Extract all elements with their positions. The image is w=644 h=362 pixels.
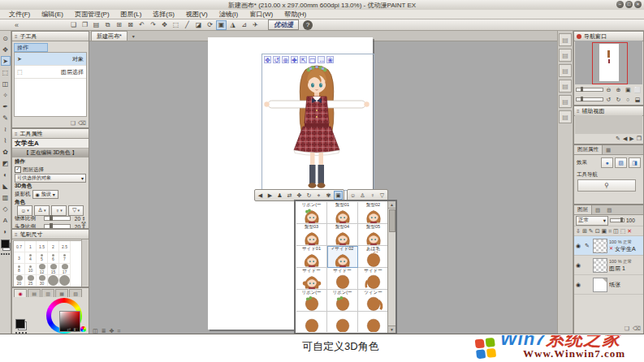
hair-style-item-10[interactable]: サイドー (327, 268, 358, 290)
frame-tool[interactable]: ◫ (1, 79, 11, 88)
hair-style-item-9[interactable]: サイドー (296, 268, 327, 290)
color-tab-0[interactable]: ◉ (14, 289, 27, 297)
color-dot[interactable] (3, 253, 5, 255)
eraser-tool[interactable]: ◩ (1, 158, 11, 168)
tool-nav-button[interactable]: ⚲ (577, 179, 636, 192)
color-dot[interactable] (6, 253, 7, 255)
scroll-up-icon[interactable]: ▲ (388, 201, 395, 209)
3d-manip-icon-0[interactable]: ✥ (264, 56, 271, 63)
reselect-icon[interactable]: ⬚ (171, 20, 181, 30)
status-icon-2[interactable]: ✥ (110, 328, 115, 334)
3d-manip-icon-5[interactable]: ▢ (309, 56, 316, 63)
hair-style-item-2[interactable]: 髪型02 (358, 202, 389, 224)
character-part-dropdown-2[interactable]: ♀▾ (51, 205, 67, 216)
move-tool[interactable]: ✥ (1, 45, 11, 54)
launcher-button-2[interactable]: ♟ (275, 191, 284, 200)
subtool-item-1[interactable]: ⬚图层选择 (15, 66, 86, 79)
panel-menu-icon[interactable]: ≡ (15, 34, 18, 39)
brush-size-cell[interactable]: 8 (14, 264, 25, 275)
fill-icon[interactable]: ◪ (193, 20, 204, 30)
brush-size-header[interactable]: ≡ 笔刷尺寸 (12, 230, 89, 239)
redo-icon[interactable]: ↷ (148, 20, 158, 30)
layer-cmd-icon-4[interactable]: ▣ (602, 228, 607, 235)
toolbar-collapse-icon[interactable]: « (15, 21, 19, 29)
hair-style-item-4[interactable]: 髪型04 (327, 224, 358, 246)
tab-layers[interactable]: 图层 (574, 205, 592, 214)
launcher-button-5[interactable]: ↻ (305, 191, 313, 200)
nav-zoom-slider[interactable] (576, 88, 603, 92)
eye-icon[interactable]: ◉ (576, 282, 583, 288)
brush-size-cell[interactable]: 7 (59, 252, 71, 264)
material-tab-2[interactable]: ▤ (559, 64, 572, 77)
select-layer-tool[interactable]: ⬚ (1, 67, 11, 77)
menu-item-8[interactable]: 帮助(H) (279, 10, 312, 19)
launcher-part-button-2[interactable]: ♀ (368, 191, 377, 200)
document-tab[interactable]: 新建画布* (91, 31, 128, 41)
panel-menu-icon[interactable]: ≡ (15, 232, 18, 237)
pen-tool[interactable]: ✒ (1, 101, 11, 111)
launcher-part-button-3[interactable]: ▽ (378, 191, 387, 200)
brush-size-cell[interactable]: 4 (25, 252, 37, 264)
material-tab-5[interactable]: ▤ (559, 110, 572, 123)
brand-button[interactable]: 优动漫 (268, 19, 299, 30)
menu-item-2[interactable]: 页面管理(P) (69, 10, 115, 19)
tab-layer-icon-2[interactable]: ▨ (603, 205, 615, 214)
nav-zoom-icon-3[interactable]: ⬜ (633, 86, 642, 93)
launcher-button-4[interactable]: ✥ (295, 191, 304, 200)
brush-size-cell[interactable]: 2.5 (59, 241, 71, 252)
color-tab-3[interactable]: ▦ (55, 289, 68, 297)
brush-size-cell[interactable]: 5 (37, 252, 48, 264)
tab-secondary-icon[interactable]: ▦ (603, 145, 614, 154)
character-part-dropdown-3[interactable]: ▽▾ (68, 205, 84, 216)
brush-size-cell[interactable]: 0.7 (14, 241, 25, 252)
subtool-panel-header[interactable]: ≡ 子工具 (12, 32, 89, 41)
status-icon-3[interactable]: ⌗ (117, 328, 120, 334)
advanced-settings-icon[interactable]: ⚒ (81, 221, 86, 227)
checkbox-checked-icon[interactable]: ✓ (15, 166, 21, 173)
hair-style-item-8[interactable]: あほ毛 (358, 246, 389, 268)
hairstyle-scrollbar[interactable]: ▲ ▼ (387, 201, 395, 333)
close-button[interactable]: × (634, 1, 642, 8)
hair-style-item-14[interactable]: ツインー (358, 290, 389, 312)
quick-share-icon[interactable]: ✈ (250, 20, 261, 30)
airbrush-tool[interactable]: ⌇ (1, 136, 11, 145)
brush-size-cell[interactable]: 1.5 (37, 241, 48, 252)
text-tool[interactable]: A (1, 215, 11, 225)
subview-body[interactable] (575, 115, 642, 134)
new-file-icon[interactable]: ❏ (68, 20, 79, 30)
launcher-button-8[interactable]: ▣ (334, 191, 343, 200)
menu-item-3[interactable]: 图层(L) (115, 10, 148, 19)
brush-size-cell[interactable]: 30 (37, 275, 48, 287)
gradient-tool[interactable]: ▥ (1, 192, 11, 202)
effect-icon-1[interactable]: ▨ (615, 157, 627, 168)
subview-control-0[interactable]: ✎ (616, 136, 620, 142)
brush-size-cell[interactable]: 2 (48, 241, 59, 252)
color-dot[interactable] (1, 253, 2, 255)
status-icon-1[interactable]: ≣ (102, 328, 106, 334)
layer-cmd-icon-0[interactable]: ⇩ (576, 228, 581, 235)
layer-row-0[interactable]: ◉✎100 % 正常✕女学生A (574, 236, 643, 256)
layers-footer-icon-0[interactable]: ❏ (625, 325, 629, 332)
layer-cmd-icon-2[interactable]: ✎ (589, 228, 594, 235)
layer-row-1[interactable]: ◉100 % 正常图层 1 (574, 256, 643, 275)
brush-size-cell[interactable]: 25 (25, 275, 37, 287)
nav-zoom-icon-2[interactable]: ▣ (624, 86, 632, 93)
eyedropper-tool[interactable]: ✧ (1, 90, 11, 100)
foreground-color-swatch[interactable] (1, 239, 10, 248)
fill-tool[interactable]: ◣ (1, 181, 11, 191)
undo-icon[interactable]: ↶ (136, 20, 147, 30)
launcher-part-button-0[interactable]: ☺ (348, 191, 357, 200)
material-tab-4[interactable]: ▤ (559, 95, 572, 108)
eye-icon[interactable]: ◉ (576, 243, 583, 249)
launcher-button-6[interactable]: ⌖ (314, 191, 323, 200)
launcher-button-7[interactable]: ✾ (324, 191, 333, 200)
effect-icon-2[interactable]: ◨ (629, 157, 641, 168)
brush-size-cell[interactable]: 20 (14, 275, 25, 287)
material-tab-1[interactable]: ▤ (559, 49, 572, 62)
color-dot[interactable] (8, 253, 10, 255)
menu-item-0[interactable]: 文件(F) (3, 10, 36, 19)
menu-item-7[interactable]: 窗口(W) (244, 10, 279, 19)
color-tab-2[interactable]: ▥ (41, 289, 54, 297)
blend-mode-dropdown[interactable]: 正常 ▾ (576, 216, 608, 226)
balloon-tool[interactable]: ◗ (1, 226, 11, 236)
